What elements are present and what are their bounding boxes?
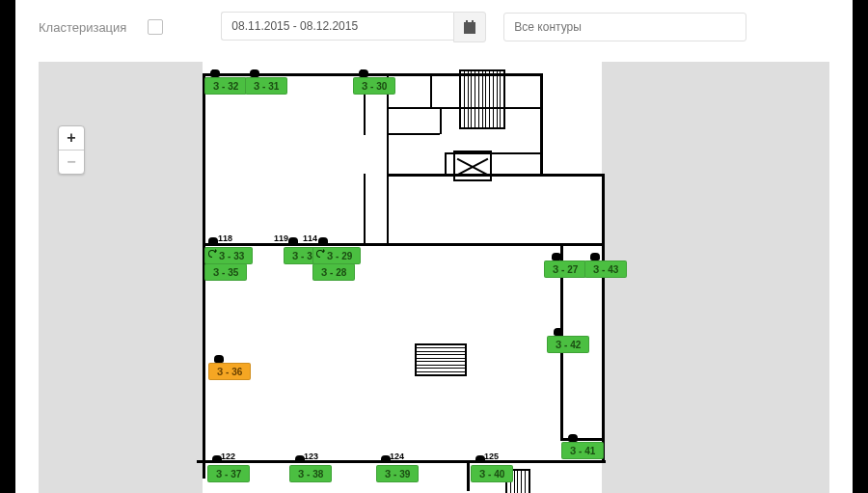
camera-icon (358, 66, 369, 77)
camera-icon (589, 249, 601, 260)
elevator-icon (453, 151, 492, 181)
stair-grate-1 (459, 69, 505, 129)
calendar-icon (463, 20, 476, 34)
zone-chip[interactable]: З - 30 (353, 77, 395, 95)
cluster-checkbox[interactable] (148, 19, 163, 35)
zone-chip-label: З - 33 (219, 251, 244, 261)
zone-chip[interactable]: З - 36 (208, 363, 251, 380)
camera-label: 118 (218, 233, 232, 243)
cluster-label: Кластеризация (39, 20, 126, 35)
date-range-group (221, 12, 486, 42)
contour-input[interactable] (503, 13, 746, 41)
loop-icon (315, 249, 325, 259)
camera-icon (551, 249, 562, 260)
camera-icon (317, 233, 329, 245)
camera-label: 114 (303, 233, 317, 243)
camera-label: 123 (304, 452, 318, 461)
calendar-button[interactable] (453, 12, 486, 42)
loop-icon (207, 249, 217, 259)
zone-chip[interactable]: З - 39 (376, 465, 419, 482)
camera-label: 122 (221, 452, 235, 461)
zone-chip[interactable]: З - 42 (547, 336, 589, 353)
camera-label: 124 (390, 452, 404, 461)
camera-icon (249, 66, 260, 77)
floor-plan: 118 119 114 122 123 124 125 З - 32 З - 3… (15, 56, 853, 493)
camera-icon (287, 233, 299, 245)
toolbar: Кластеризация (15, 6, 853, 48)
letterbox-left (0, 0, 15, 493)
app-frame: Кластеризация + − (0, 0, 868, 493)
zone-chip[interactable]: З - 40 (471, 465, 513, 482)
zone-chip[interactable]: З - 29 (312, 247, 361, 264)
zone-chip[interactable]: З - 43 (584, 260, 627, 278)
zone-chip[interactable]: З - 41 (561, 442, 604, 459)
zone-chip[interactable]: З - 35 (204, 263, 247, 281)
map-canvas[interactable]: + − (15, 56, 853, 493)
camera-label: 119 (274, 233, 288, 243)
camera-label: 125 (484, 452, 499, 461)
camera-icon (209, 66, 221, 77)
vent-grate (415, 343, 467, 376)
camera-icon (553, 324, 564, 336)
zone-chip[interactable]: З - 38 (289, 465, 332, 482)
zone-chip[interactable]: З - 27 (544, 260, 586, 278)
date-range-input[interactable] (221, 12, 453, 41)
zone-chip[interactable]: З - 28 (312, 263, 355, 281)
zone-chip[interactable]: З - 33 (204, 247, 253, 264)
zone-chip[interactable]: З - 32 (204, 77, 247, 95)
zone-chip[interactable]: З - 31 (245, 77, 287, 95)
letterbox-right (853, 0, 868, 493)
zone-chip-label: З - 29 (327, 251, 352, 261)
contour-group (503, 13, 746, 41)
zone-chip[interactable]: З - 37 (207, 465, 250, 482)
camera-icon (213, 351, 225, 363)
camera-icon (567, 430, 579, 442)
